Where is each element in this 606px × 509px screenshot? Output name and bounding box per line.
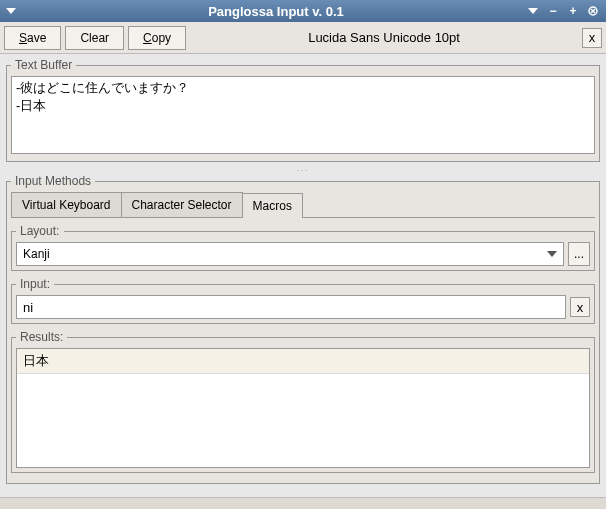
status-bar [0, 497, 606, 509]
close-button[interactable]: x [582, 28, 602, 48]
window-close-icon[interactable] [586, 4, 600, 18]
tab-virtual-keyboard[interactable]: Virtual Keyboard [11, 192, 122, 217]
results-group: Results: 日本 [11, 330, 595, 473]
iconify-icon[interactable] [526, 4, 540, 18]
result-item[interactable]: 日本 [17, 349, 589, 374]
input-methods-legend: Input Methods [11, 174, 95, 188]
text-buffer-textarea[interactable] [11, 76, 595, 154]
layout-select[interactable]: Kanji [16, 242, 564, 266]
text-buffer-legend: Text Buffer [11, 58, 76, 72]
input-legend: Input: [16, 277, 54, 291]
layout-label: Layout: [16, 224, 64, 238]
text-buffer-group: Text Buffer [6, 58, 600, 162]
results-legend: Results: [16, 330, 67, 344]
window-title: Panglossa Input v. 0.1 [26, 4, 526, 19]
input-field[interactable] [16, 295, 566, 319]
input-clear-button[interactable]: x [570, 297, 590, 317]
tab-macros[interactable]: Macros [242, 193, 303, 218]
save-button[interactable]: Save [4, 26, 61, 50]
titlebar: Panglossa Input v. 0.1 − + [0, 0, 606, 22]
input-methods-group: Input Methods Virtual Keyboard Character… [6, 174, 600, 484]
copy-button[interactable]: Copy [128, 26, 186, 50]
clear-button[interactable]: Clear [65, 26, 124, 50]
toolbar: Save Clear Copy Lucida Sans Unicode 10pt… [0, 22, 606, 54]
tab-character-selector[interactable]: Character Selector [121, 192, 243, 217]
layout-more-button[interactable]: ... [568, 242, 590, 266]
chevron-down-icon [547, 251, 557, 257]
layout-value: Kanji [23, 247, 50, 261]
window-menu-icon[interactable] [6, 8, 26, 14]
maximize-icon[interactable]: + [566, 4, 580, 18]
font-label: Lucida Sans Unicode 10pt [190, 30, 578, 45]
layout-group: Layout: Kanji ... [11, 224, 595, 271]
minimize-icon[interactable]: − [546, 4, 560, 18]
input-group: Input: x [11, 277, 595, 324]
results-list: 日本 [16, 348, 590, 468]
tab-bar: Virtual Keyboard Character Selector Macr… [11, 192, 595, 218]
